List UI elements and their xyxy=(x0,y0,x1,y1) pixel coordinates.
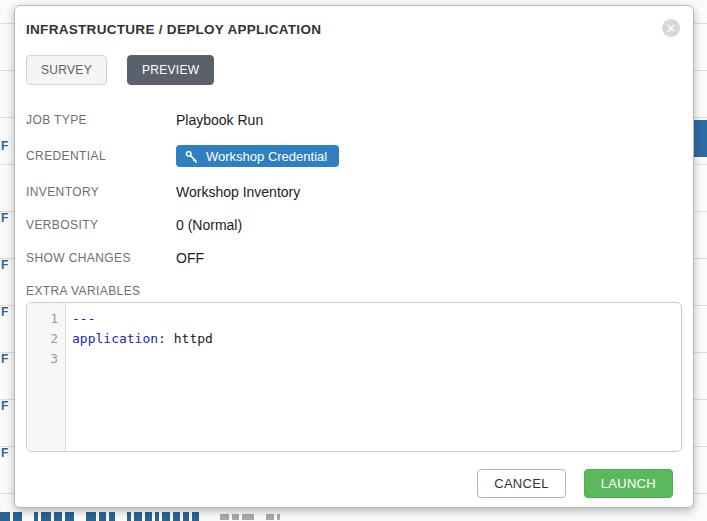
cancel-button[interactable]: CANCEL xyxy=(477,469,566,498)
field-verbosity: VERBOSITY 0 (Normal) xyxy=(26,217,682,233)
background-link-fragment: F xyxy=(1,400,14,412)
code-line: --- xyxy=(72,309,681,329)
field-label: CREDENTIAL xyxy=(26,149,176,163)
field-label: INVENTORY xyxy=(26,185,176,199)
background-link-fragment: F xyxy=(1,447,14,459)
field-job-type: JOB TYPE Playbook Run xyxy=(26,112,682,128)
credential-badge-label: Workshop Credential xyxy=(206,149,327,164)
field-value: Playbook Run xyxy=(176,112,263,128)
editor-line-numbers: 1 2 3 xyxy=(27,303,66,451)
field-label: SHOW CHANGES xyxy=(26,251,176,265)
field-value: OFF xyxy=(176,250,204,266)
modal-title: INFRASTRUCTURE / DEPLOY APPLICATION xyxy=(26,22,321,37)
field-show-changes: SHOW CHANGES OFF xyxy=(26,250,682,266)
modal-header: INFRASTRUCTURE / DEPLOY APPLICATION ✕ xyxy=(26,22,682,37)
background-link-fragment: F xyxy=(1,306,14,318)
field-label: VERBOSITY xyxy=(26,218,176,232)
background-blue-element xyxy=(694,120,707,157)
background-link-fragment: F xyxy=(1,212,14,224)
field-inventory: INVENTORY Workshop Inventory xyxy=(26,184,682,200)
line-number: 1 xyxy=(27,309,58,329)
editor-code-area[interactable]: --- application: httpd xyxy=(66,303,681,451)
background-link-fragment: F xyxy=(1,259,14,271)
code-token: --- xyxy=(72,311,95,326)
extra-variables-label: EXTRA VARIABLES xyxy=(26,284,682,298)
field-credential: CREDENTIAL Workshop Credential xyxy=(26,145,682,167)
modal-footer: CANCEL LAUNCH xyxy=(26,469,682,498)
deploy-application-modal: INFRASTRUCTURE / DEPLOY APPLICATION ✕ SU… xyxy=(14,5,694,508)
tab-bar: SURVEY PREVIEW xyxy=(26,55,682,85)
credential-badge[interactable]: Workshop Credential xyxy=(176,145,339,167)
code-line xyxy=(72,349,681,369)
field-value: 0 (Normal) xyxy=(176,217,242,233)
tab-survey[interactable]: SURVEY xyxy=(26,55,107,85)
background-clipped-text xyxy=(0,512,280,521)
field-value: Workshop Inventory xyxy=(176,184,300,200)
launch-button[interactable]: LAUNCH xyxy=(584,469,673,498)
background-link-fragment: F xyxy=(1,353,14,365)
close-icon[interactable]: ✕ xyxy=(662,19,680,37)
extra-variables-editor[interactable]: 1 2 3 --- application: httpd xyxy=(26,302,682,452)
background-link-fragment: F xyxy=(1,140,14,152)
code-line: application: httpd xyxy=(72,329,681,349)
field-list: JOB TYPE Playbook Run CREDENTIAL Worksho… xyxy=(26,112,682,266)
line-number: 3 xyxy=(27,349,58,369)
tab-preview[interactable]: PREVIEW xyxy=(127,55,214,85)
field-label: JOB TYPE xyxy=(26,113,176,127)
line-number: 2 xyxy=(27,329,58,349)
code-token: : httpd xyxy=(158,331,213,346)
key-icon xyxy=(185,150,198,163)
code-token: application xyxy=(72,331,158,346)
screen: F F F F F F F INFRASTRUCTURE / DEPLOY AP… xyxy=(0,0,707,521)
